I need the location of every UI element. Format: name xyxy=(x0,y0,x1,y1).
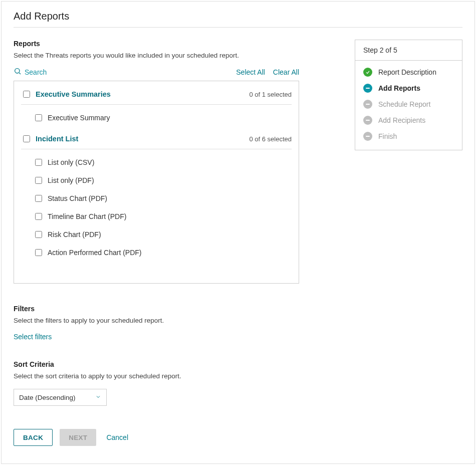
report-item: Status Chart (PDF) xyxy=(21,189,292,207)
item-checkbox[interactable] xyxy=(35,195,42,202)
pending-step-icon xyxy=(363,100,372,109)
report-group-header: Incident List 0 of 6 selected xyxy=(21,131,292,148)
step-schedule-report: Schedule Report xyxy=(363,100,454,109)
sort-section: Sort Criteria Select the sort criteria t… xyxy=(14,360,299,406)
step-label: Report Description xyxy=(378,68,436,76)
current-step-icon xyxy=(363,84,372,93)
step-label: Add Recipients xyxy=(378,116,425,124)
pending-step-icon xyxy=(363,116,372,125)
stepper-header: Step 2 of 5 xyxy=(355,40,462,61)
sort-selected-label: Date (Descending) xyxy=(19,394,76,401)
reports-section-title: Reports xyxy=(14,40,299,48)
select-filters-button[interactable]: Select filters xyxy=(14,333,52,341)
item-checkbox[interactable] xyxy=(35,177,42,184)
item-checkbox[interactable] xyxy=(35,213,42,220)
group-title: Incident List xyxy=(36,135,78,143)
report-item: Timeline Bar Chart (PDF) xyxy=(21,207,292,225)
step-add-recipients: Add Recipients xyxy=(363,116,454,125)
step-label: Add Reports xyxy=(378,84,420,92)
report-item: Risk Chart (PDF) xyxy=(21,225,292,244)
back-button[interactable]: BACK xyxy=(14,429,53,446)
item-label: Status Chart (PDF) xyxy=(48,194,107,202)
search-icon xyxy=(14,67,22,77)
group-count: 0 of 1 selected xyxy=(249,91,292,98)
group-count: 0 of 6 selected xyxy=(249,135,292,143)
sort-section-title: Sort Criteria xyxy=(14,360,299,368)
filters-section: Filters Select the filters to apply to y… xyxy=(14,305,299,341)
report-item: List only (CSV) xyxy=(21,153,292,171)
sort-criteria-select[interactable]: Date (Descending) xyxy=(14,389,107,406)
item-label: Action Performed Chart (PDF) xyxy=(48,249,142,257)
item-label: List only (CSV) xyxy=(48,158,94,166)
report-group-header: Executive Summaries 0 of 1 selected xyxy=(21,86,292,103)
check-icon xyxy=(363,68,372,77)
cancel-button[interactable]: Cancel xyxy=(106,433,128,441)
group-title: Executive Summaries xyxy=(36,90,111,98)
item-checkbox[interactable] xyxy=(35,249,42,256)
group-checkbox-executive-summaries[interactable] xyxy=(23,91,30,98)
chevron-down-icon xyxy=(95,394,101,401)
reports-section-description: Select the Threats reports you would lik… xyxy=(14,52,299,59)
step-label: Schedule Report xyxy=(378,100,430,108)
group-divider xyxy=(21,149,292,149)
wizard-stepper: Step 2 of 5 Report Description Add Repor… xyxy=(355,40,462,150)
step-finish: Finish xyxy=(363,132,454,141)
pending-step-icon xyxy=(363,132,372,141)
item-label: List only (PDF) xyxy=(48,176,94,184)
item-checkbox[interactable] xyxy=(35,231,42,238)
next-button[interactable]: NEXT xyxy=(60,429,96,446)
select-all-button[interactable]: Select All xyxy=(236,68,265,76)
sort-section-description: Select the sort criteria to apply to you… xyxy=(14,372,299,380)
clear-all-button[interactable]: Clear All xyxy=(273,68,299,76)
step-label: Finish xyxy=(378,132,397,140)
title-divider xyxy=(14,27,462,28)
svg-point-0 xyxy=(15,69,20,73)
item-label: Risk Chart (PDF) xyxy=(48,230,101,239)
item-label: Executive Summary xyxy=(48,114,110,122)
step-add-reports[interactable]: Add Reports xyxy=(363,84,454,93)
item-checkbox[interactable] xyxy=(35,159,42,166)
svg-line-1 xyxy=(19,73,21,74)
filters-section-title: Filters xyxy=(14,305,299,313)
report-list-box: Executive Summaries 0 of 1 selected Exec… xyxy=(14,81,299,284)
group-divider xyxy=(21,104,292,105)
reports-section: Reports Select the Threats reports you w… xyxy=(14,40,299,284)
search-input[interactable]: Search xyxy=(14,67,47,77)
report-item: List only (PDF) xyxy=(21,171,292,189)
item-label: Timeline Bar Chart (PDF) xyxy=(48,212,126,220)
footer-actions: BACK NEXT Cancel xyxy=(14,429,299,446)
report-item: Action Performed Chart (PDF) xyxy=(21,244,292,262)
step-report-description[interactable]: Report Description xyxy=(363,68,454,77)
report-item: Executive Summary xyxy=(21,109,292,127)
page-title: Add Reports xyxy=(14,11,462,22)
group-checkbox-incident-list[interactable] xyxy=(23,135,30,142)
filters-section-description: Select the filters to apply to your sche… xyxy=(14,317,299,324)
item-checkbox[interactable] xyxy=(35,114,42,121)
search-label: Search xyxy=(25,68,47,76)
